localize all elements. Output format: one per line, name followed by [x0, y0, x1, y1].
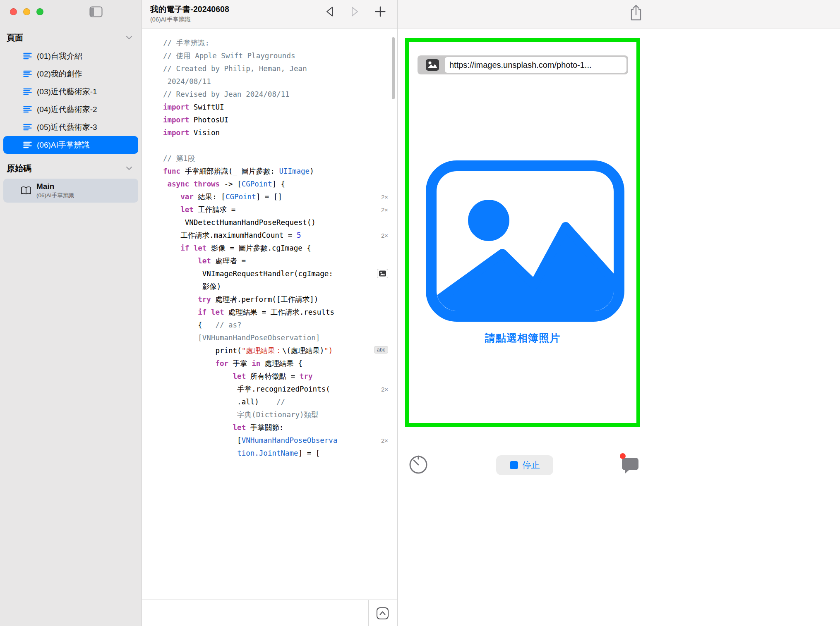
- code-line[interactable]: VNDetectHumanHandPoseRequest(): [163, 216, 397, 229]
- code-editor-pane: 我的電子書-20240608 (06)AI手掌辨識 // 手掌辨識:// 使用 …: [142, 0, 397, 626]
- code-line[interactable]: import SwiftUI: [163, 101, 397, 114]
- stop-button[interactable]: 停止: [496, 455, 553, 475]
- photo-placeholder-icon[interactable]: [426, 160, 624, 322]
- page-lines-icon: [23, 70, 32, 77]
- footer-divider: [368, 600, 369, 626]
- main-item-text: Main (06)AI手掌辨識: [36, 182, 74, 199]
- sidebar: 頁面 (01)自我介紹(02)我的創作(03)近代藝術家-1(04)近代藝術家-…: [0, 0, 142, 626]
- live-view-frame: https://images.unsplash.com/photo-1... 請…: [405, 38, 640, 427]
- sidebar-item-main[interactable]: Main (06)AI手掌辨識: [3, 179, 138, 203]
- expand-results-button[interactable]: [376, 607, 389, 620]
- page-label: (04)近代藝術家-2: [37, 104, 97, 115]
- book-icon: [21, 186, 31, 195]
- code-line[interactable]: var 結果: [CGPoint] = []2×: [163, 191, 397, 203]
- page-label: (06)AI手掌辨識: [37, 140, 90, 151]
- code-line[interactable]: { // as?: [163, 319, 397, 332]
- page-lines-icon: [23, 124, 32, 131]
- page-label: (01)自我介紹: [37, 51, 82, 62]
- run-count-annotation[interactable]: 2×: [381, 434, 388, 447]
- next-page-button[interactable]: [349, 6, 360, 17]
- sidebar-item-page-1[interactable]: (01)自我介紹: [3, 47, 138, 65]
- page-label: (03)近代藝術家-1: [37, 86, 97, 97]
- stop-square-icon: [510, 461, 518, 469]
- timer-gauge-icon[interactable]: [408, 455, 428, 475]
- code-line[interactable]: if let 影像 = 圖片參數.cgImage {: [163, 242, 397, 255]
- url-bar: https://images.unsplash.com/photo-1...: [418, 55, 628, 74]
- string-result-annotation[interactable]: abc: [374, 346, 388, 354]
- sidebar-toggle-icon[interactable]: [89, 6, 103, 17]
- main-item-subtitle: (06)AI手掌辨識: [36, 192, 74, 199]
- minimize-window-button[interactable]: [23, 8, 30, 15]
- photo-icon: [426, 58, 439, 72]
- code-line[interactable]: VNImageRequestHandler(cgImage:: [163, 268, 397, 280]
- code-line[interactable]: import PhotosUI: [163, 114, 397, 127]
- code-line[interactable]: for 手掌 in 處理結果 {: [163, 357, 397, 370]
- page-label: (05)近代藝術家-3: [37, 122, 97, 133]
- sidebar-item-page-2[interactable]: (02)我的創作: [3, 65, 138, 83]
- code-line[interactable]: // 第1段: [163, 152, 397, 165]
- code-scrollbar[interactable]: [392, 37, 395, 99]
- code-line[interactable]: [163, 139, 397, 152]
- code-line[interactable]: 字典(Dictionary)類型: [163, 409, 397, 421]
- editor-footer: [142, 600, 397, 626]
- code-line[interactable]: 工作請求.maximumHandCount = 52×: [163, 229, 397, 242]
- zoom-window-button[interactable]: [36, 8, 43, 15]
- main-item-title: Main: [36, 182, 74, 191]
- code-line[interactable]: // 手掌辨識:: [163, 37, 397, 50]
- code-line[interactable]: let 手掌關節:: [163, 421, 397, 434]
- code-line[interactable]: .all) //: [163, 396, 397, 409]
- pick-photo-button[interactable]: 請點選相簿照片: [409, 331, 636, 345]
- result-image-thumbnail: [377, 269, 388, 278]
- run-count-annotation[interactable]: 2×: [381, 203, 388, 216]
- code-line[interactable]: try 處理者.perform([工作請求]): [163, 293, 397, 306]
- code-line[interactable]: let 所有特徵點 = try: [163, 370, 397, 383]
- stop-button-label: 停止: [523, 459, 540, 471]
- sidebar-item-page-4[interactable]: (04)近代藝術家-2: [3, 100, 138, 118]
- code-line[interactable]: 影像): [163, 280, 397, 293]
- add-page-button[interactable]: [374, 6, 386, 17]
- url-input[interactable]: https://images.unsplash.com/photo-1...: [445, 57, 626, 73]
- pages-section-header[interactable]: 頁面: [0, 28, 142, 47]
- page-lines-icon: [23, 88, 32, 95]
- code-line[interactable]: [VNHumanHandPoseObservation]: [163, 332, 397, 344]
- run-count-annotation[interactable]: 2×: [381, 229, 388, 242]
- code-line[interactable]: let 工作請求 =2×: [163, 203, 397, 216]
- document-title: 我的電子書-20240608: [150, 4, 229, 15]
- sidebar-item-page-5[interactable]: (05)近代藝術家-3: [3, 118, 138, 136]
- page-label: (02)我的創作: [37, 69, 82, 79]
- page-lines-icon: [23, 106, 32, 113]
- app-window: 頁面 (01)自我介紹(02)我的創作(03)近代藝術家-1(04)近代藝術家-…: [0, 0, 840, 626]
- code-line[interactable]: 2024/08/11: [163, 75, 397, 88]
- code-line[interactable]: import Vision: [163, 127, 397, 139]
- code-line[interactable]: print("處理結果：\(處理結果)")abc: [163, 344, 397, 357]
- window-controls: [0, 0, 142, 23]
- page-lines-icon: [23, 53, 32, 60]
- code-line[interactable]: tion.JointName] = [: [163, 447, 397, 460]
- image-result-annotation[interactable]: [377, 269, 388, 278]
- run-count-annotation[interactable]: 2×: [381, 191, 388, 203]
- code-line[interactable]: // 使用 Apple Swift Playgrounds: [163, 50, 397, 62]
- live-preview-pane: https://images.unsplash.com/photo-1... 請…: [397, 0, 840, 626]
- code-line[interactable]: let 處理者 =: [163, 255, 397, 268]
- share-icon[interactable]: [629, 4, 643, 21]
- code-line[interactable]: // Created by Philip, Heman, Jean: [163, 62, 397, 75]
- sidebar-item-page-3[interactable]: (03)近代藝術家-1: [3, 83, 138, 100]
- previous-page-button[interactable]: [324, 6, 336, 17]
- code-line[interactable]: 手掌.recognizedPoints(2×: [163, 383, 397, 396]
- code-line[interactable]: [VNHumanHandPoseObserva2×: [163, 434, 397, 447]
- code-line[interactable]: func 手掌細部辨識(_ 圖片參數: UIImage): [163, 165, 397, 178]
- code-lines: // 手掌辨識:// 使用 Apple Swift Playgrounds// …: [163, 37, 397, 460]
- preview-header: [398, 0, 840, 29]
- pages-section-title: 頁面: [7, 32, 23, 43]
- close-window-button[interactable]: [10, 8, 17, 15]
- code-editor[interactable]: // 手掌辨識:// 使用 Apple Swift Playgrounds// …: [142, 29, 397, 600]
- code-line[interactable]: async throws -> [CGPoint] {: [163, 178, 397, 191]
- sidebar-item-page-6[interactable]: (06)AI手掌辨識: [3, 136, 138, 154]
- chat-button[interactable]: [621, 456, 639, 474]
- run-count-annotation[interactable]: 2×: [381, 383, 388, 396]
- editor-header: 我的電子書-20240608 (06)AI手掌辨識: [142, 0, 397, 29]
- page-lines-icon: [23, 141, 32, 148]
- source-section-header[interactable]: 原始碼: [0, 159, 142, 178]
- code-line[interactable]: // Revised by Jean 2024/08/11: [163, 88, 397, 101]
- code-line[interactable]: if let 處理結果 = 工作請求.results: [163, 306, 397, 319]
